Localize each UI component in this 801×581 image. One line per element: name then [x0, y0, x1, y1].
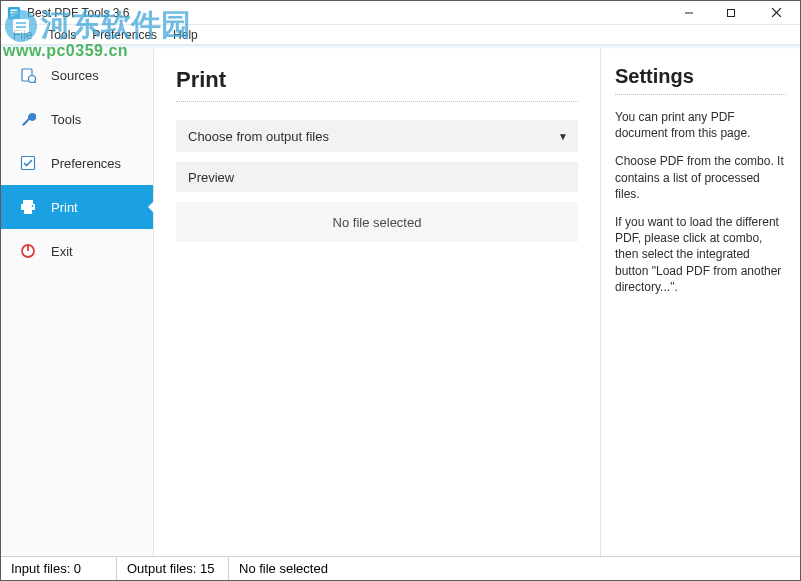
svg-rect-16	[23, 200, 33, 204]
sidebar-item-sources[interactable]: Sources	[1, 53, 153, 97]
settings-panel: Settings You can print any PDF document …	[600, 49, 800, 556]
title-divider	[176, 101, 578, 102]
settings-text-2: Choose PDF from the combo. It contains a…	[615, 153, 786, 202]
sidebar-item-tools[interactable]: Tools	[1, 97, 153, 141]
settings-text-1: You can print any PDF document from this…	[615, 109, 786, 141]
svg-line-14	[35, 82, 37, 84]
sidebar-item-exit[interactable]: Exit	[1, 229, 153, 273]
menu-tools[interactable]: Tools	[40, 28, 84, 42]
statusbar: Input files: 0 Output files: 15 No file …	[1, 556, 800, 580]
sidebar-item-label: Print	[51, 200, 78, 215]
menu-preferences[interactable]: Preferences	[84, 28, 165, 42]
settings-text-3: If you want to load the different PDF, p…	[615, 214, 786, 295]
settings-title: Settings	[615, 65, 786, 88]
status-input-files: Input files: 0	[1, 557, 117, 580]
preview-header: Preview	[176, 162, 578, 192]
app-icon	[7, 6, 21, 20]
svg-rect-9	[728, 9, 735, 16]
close-icon	[771, 7, 782, 18]
minimize-button[interactable]	[668, 1, 710, 24]
sidebar-item-print[interactable]: Print	[1, 185, 153, 229]
preview-area: No file selected	[176, 202, 578, 242]
main-panel: Print Choose from output files ▼ Preview…	[154, 49, 600, 556]
sidebar-item-label: Sources	[51, 68, 99, 83]
sidebar-item-label: Tools	[51, 112, 81, 127]
sidebar-item-label: Preferences	[51, 156, 121, 171]
minimize-icon	[684, 8, 694, 18]
preview-empty-text: No file selected	[333, 215, 422, 230]
titlebar: Best PDF Tools 3.6	[1, 1, 800, 25]
tools-icon	[19, 110, 37, 128]
svg-rect-7	[11, 14, 15, 16]
status-output-files: Output files: 15	[117, 557, 229, 580]
page-title: Print	[176, 67, 578, 93]
menubar: File Tools Preferences Help	[1, 25, 800, 45]
print-icon	[19, 198, 37, 216]
maximize-icon	[726, 8, 736, 18]
settings-divider	[615, 94, 786, 95]
svg-rect-5	[11, 9, 18, 11]
sidebar-item-label: Exit	[51, 244, 73, 259]
output-file-combo[interactable]: Choose from output files ▼	[176, 120, 578, 152]
chevron-down-icon: ▼	[558, 131, 568, 142]
svg-rect-18	[24, 209, 32, 214]
menu-help[interactable]: Help	[165, 28, 206, 42]
exit-icon	[19, 242, 37, 260]
sources-icon	[19, 66, 37, 84]
maximize-button[interactable]	[710, 1, 752, 24]
preferences-icon	[19, 154, 37, 172]
menu-file[interactable]: File	[5, 28, 40, 42]
close-button[interactable]	[752, 1, 800, 24]
sidebar: Sources Tools Preferences Print	[1, 49, 154, 556]
window-title: Best PDF Tools 3.6	[27, 6, 668, 20]
combo-label: Choose from output files	[188, 129, 329, 144]
status-message: No file selected	[229, 557, 800, 580]
svg-point-13	[29, 76, 36, 83]
sidebar-item-preferences[interactable]: Preferences	[1, 141, 153, 185]
svg-rect-6	[11, 12, 18, 14]
svg-point-19	[32, 205, 34, 207]
